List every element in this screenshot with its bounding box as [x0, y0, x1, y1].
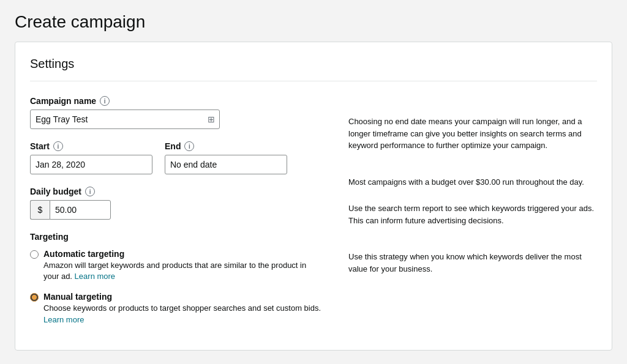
manual-targeting-option: Manual targeting Choose keywords or prod… — [30, 292, 324, 325]
currency-symbol: $ — [30, 200, 50, 220]
budget-hint: Most campaigns with a budget over $30.00… — [348, 164, 597, 201]
campaign-name-input[interactable] — [30, 110, 220, 129]
start-label: Start i — [30, 141, 152, 151]
campaign-name-label: Campaign name i — [30, 96, 324, 106]
daily-budget-label: Daily budget i — [30, 187, 324, 196]
settings-section-title: Settings — [30, 57, 597, 81]
manual-targeting-label: Manual targeting — [43, 292, 324, 302]
end-date-hint: Choosing no end date means your campaign… — [348, 96, 597, 164]
end-label: End i — [165, 141, 287, 151]
start-date-group: Start i — [30, 141, 152, 174]
hints-column: Choosing no end date means your campaign… — [348, 96, 597, 335]
automatic-targeting-content: Automatic targeting Amazon will target k… — [43, 249, 324, 282]
automatic-learn-more-link[interactable]: Learn more — [75, 272, 115, 281]
manual-targeting-content: Manual targeting Choose keywords or prod… — [43, 292, 324, 325]
budget-input[interactable] — [50, 200, 111, 220]
targeting-section: Targeting Automatic targeting Amazon wil… — [30, 232, 324, 325]
daily-budget-section: Daily budget i $ — [30, 187, 324, 220]
campaign-name-wrapper: ⊞ — [30, 110, 220, 129]
end-date-input[interactable] — [165, 155, 287, 174]
budget-row: $ — [30, 200, 324, 220]
manual-targeting-radio[interactable] — [30, 293, 39, 302]
manual-learn-more-link[interactable]: Learn more — [43, 315, 84, 324]
start-date-input[interactable] — [30, 155, 152, 174]
manual-targeting-hint: Use this strategy when you know which ke… — [348, 239, 597, 287]
campaign-name-section: Campaign name i ⊞ — [30, 96, 324, 129]
campaign-name-info-icon[interactable]: i — [100, 96, 110, 106]
automatic-targeting-option: Automatic targeting Amazon will target k… — [30, 249, 324, 282]
end-date-group: End i — [165, 141, 287, 174]
page-title: Create campaign — [15, 12, 612, 32]
automatic-targeting-label: Automatic targeting — [43, 249, 324, 259]
end-info-icon[interactable]: i — [184, 141, 194, 151]
automatic-targeting-hint: Use the search term report to see which … — [348, 200, 597, 239]
targeting-title: Targeting — [30, 232, 324, 242]
automatic-targeting-description: Amazon will target keywords and products… — [43, 260, 324, 282]
budget-info-icon[interactable]: i — [85, 187, 95, 196]
dates-section: Start i End i — [30, 141, 324, 174]
form-left: Campaign name i ⊞ Start i — [30, 96, 324, 335]
start-info-icon[interactable]: i — [53, 141, 63, 151]
edit-icon: ⊞ — [208, 114, 215, 124]
automatic-targeting-radio[interactable] — [30, 250, 39, 259]
manual-targeting-description: Choose keywords or products to target sh… — [43, 303, 324, 325]
settings-card: Settings Campaign name i ⊞ — [15, 42, 612, 351]
